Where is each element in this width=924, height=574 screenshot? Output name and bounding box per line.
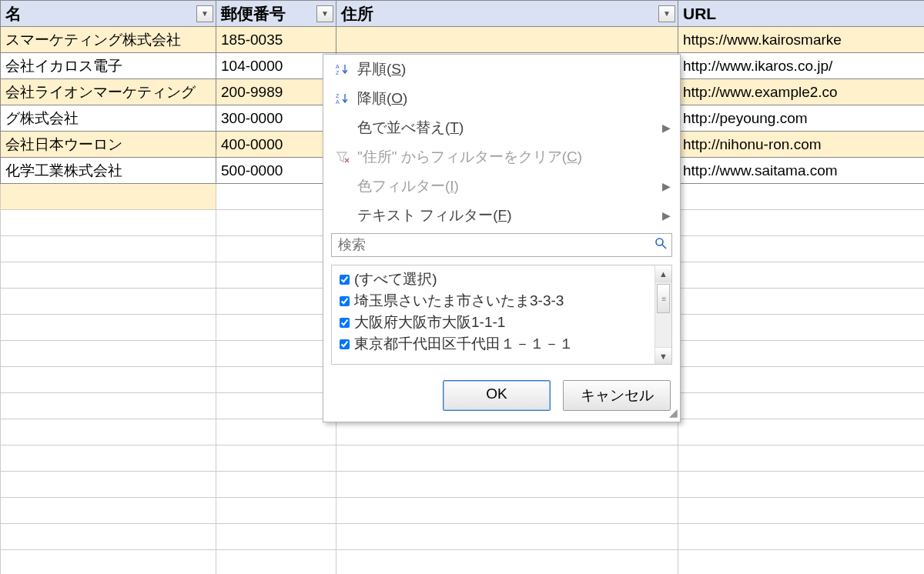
empty-cell[interactable] — [1, 498, 216, 524]
scroll-up-icon[interactable]: ▲ — [655, 265, 671, 282]
cell-url[interactable]: http://nihonu-ron.com — [678, 132, 925, 158]
empty-cell[interactable] — [216, 262, 336, 289]
cell-name[interactable]: スマーケティング株式会社 — [1, 27, 216, 53]
empty-cell[interactable] — [1, 524, 216, 550]
empty-cell[interactable] — [678, 498, 925, 524]
empty-cell[interactable] — [1, 393, 216, 419]
checkbox[interactable] — [340, 339, 350, 349]
resize-grip-icon[interactable]: ◢ — [667, 409, 678, 419]
empty-cell[interactable] — [1, 446, 216, 472]
cell-url[interactable]: http://www.example2.co — [678, 79, 925, 105]
empty-cell[interactable] — [336, 446, 678, 472]
empty-cell[interactable] — [1, 262, 216, 289]
scroll-down-icon[interactable]: ▼ — [655, 347, 671, 364]
empty-cell[interactable] — [216, 550, 336, 575]
empty-cell[interactable] — [336, 419, 678, 446]
scroll-track[interactable] — [655, 315, 671, 347]
empty-cell[interactable] — [678, 315, 925, 341]
cell-address[interactable] — [336, 27, 678, 53]
filter-values-scrollbar[interactable]: ▲ ≡ ▼ — [654, 265, 671, 364]
empty-cell[interactable] — [216, 289, 336, 315]
empty-cell[interactable] — [678, 524, 925, 550]
cell-postal[interactable]: 104-0000 — [216, 53, 336, 79]
empty-cell[interactable] — [216, 498, 336, 524]
empty-cell[interactable] — [336, 472, 678, 498]
empty-cell[interactable] — [678, 262, 925, 289]
cell-postal[interactable]: 400-0000 — [216, 132, 336, 158]
empty-cell[interactable] — [1, 289, 216, 315]
empty-cell[interactable] — [216, 367, 336, 393]
empty-cell[interactable] — [678, 550, 925, 575]
filter-value-checkbox[interactable]: 東京都千代田区千代田１－１－１ — [336, 333, 650, 355]
cell-postal[interactable]: 300-0000 — [216, 105, 336, 132]
empty-cell[interactable] — [678, 393, 925, 419]
empty-cell[interactable] — [678, 184, 925, 210]
empty-cell[interactable] — [1, 236, 216, 262]
cancel-button[interactable]: キャンセル — [563, 380, 671, 411]
autofilter-dropdown: AZ 昇順(S) ZA 降順(O) 色で並べ替え(T) ▶ "住所" からフィル… — [323, 54, 681, 422]
cell-name[interactable]: 会社ライオンマーケティング — [1, 79, 216, 105]
cell-url[interactable]: http://peyoung.com — [678, 105, 925, 132]
cell-url[interactable]: http://www.saitama.com — [678, 158, 925, 184]
filter-search-input[interactable] — [336, 236, 654, 254]
empty-cell[interactable] — [1, 341, 216, 367]
cell-name[interactable]: 会社日本ウーロン — [1, 132, 216, 158]
empty-cell[interactable] — [1, 419, 216, 446]
empty-cell[interactable] — [216, 524, 336, 550]
empty-cell[interactable] — [678, 367, 925, 393]
cell-name[interactable]: 会社イカロス電子 — [1, 53, 216, 79]
scroll-thumb[interactable]: ≡ — [657, 284, 670, 313]
empty-cell[interactable] — [216, 210, 336, 236]
cell-url[interactable]: https://www.kairosmarke — [678, 27, 925, 53]
filter-value-checkbox[interactable]: 大阪府大阪市大阪1-1-1 — [336, 312, 650, 333]
cell-postal[interactable]: 185-0035 — [216, 27, 336, 53]
empty-cell[interactable] — [216, 419, 336, 446]
cell-postal[interactable]: 200-9989 — [216, 79, 336, 105]
empty-cell[interactable] — [336, 524, 678, 550]
empty-cell[interactable] — [336, 498, 678, 524]
header-name: 名 ▼ — [1, 1, 216, 27]
sort-ascending-item[interactable]: AZ 昇順(S) — [323, 55, 680, 84]
empty-cell[interactable] — [216, 472, 336, 498]
text-filter-item[interactable]: テキスト フィルター(F) ▶ — [323, 201, 680, 230]
empty-cell[interactable] — [1, 472, 216, 498]
checkbox[interactable] — [340, 296, 350, 306]
empty-cell[interactable] — [678, 446, 925, 472]
cell-name[interactable]: 化学工業株式会社 — [1, 158, 216, 184]
filter-button-address[interactable]: ▼ — [658, 5, 675, 22]
filter-value-checkbox[interactable]: 埼玉県さいたま市さいたま3-3-3 — [336, 290, 650, 312]
checkbox-label: 埼玉県さいたま市さいたま3-3-3 — [354, 291, 564, 311]
sort-by-color-item[interactable]: 色で並べ替え(T) ▶ — [323, 113, 680, 142]
empty-cell[interactable] — [216, 184, 336, 210]
empty-cell[interactable] — [216, 393, 336, 419]
empty-cell[interactable] — [678, 289, 925, 315]
empty-cell[interactable] — [216, 315, 336, 341]
empty-cell[interactable] — [1, 367, 216, 393]
filter-button-postal[interactable]: ▼ — [316, 5, 333, 22]
empty-cell[interactable] — [1, 315, 216, 341]
cell-name[interactable]: グ株式会社 — [1, 105, 216, 132]
sort-descending-item[interactable]: ZA 降順(O) — [323, 84, 680, 113]
empty-cell[interactable] — [1, 210, 216, 236]
empty-cell[interactable] — [336, 550, 678, 575]
empty-cell[interactable] — [678, 210, 925, 236]
filter-button-name[interactable]: ▼ — [196, 5, 213, 22]
empty-cell[interactable] — [216, 236, 336, 262]
empty-cell[interactable] — [1, 550, 216, 575]
select-all-checkbox[interactable]: (すべて選択) — [336, 269, 650, 290]
empty-cell[interactable] — [216, 446, 336, 472]
filter-search-box[interactable] — [331, 233, 672, 257]
cell-url[interactable]: http://www.ikaros.co.jp/ — [678, 53, 925, 79]
empty-cell[interactable] — [1, 184, 216, 210]
empty-cell[interactable] — [678, 236, 925, 262]
empty-cell[interactable] — [216, 341, 336, 367]
empty-cell[interactable] — [678, 419, 925, 446]
checkbox[interactable] — [340, 275, 350, 285]
cell-postal[interactable]: 500-0000 — [216, 158, 336, 184]
color-filter-item: 色フィルター(I) ▶ — [323, 172, 680, 201]
ok-button[interactable]: OK — [443, 380, 551, 411]
empty-cell[interactable] — [678, 341, 925, 367]
checkbox[interactable] — [340, 318, 350, 328]
empty-cell[interactable] — [678, 472, 925, 498]
table-row[interactable]: スマーケティング株式会社185-0035https://www.kairosma… — [1, 27, 925, 53]
